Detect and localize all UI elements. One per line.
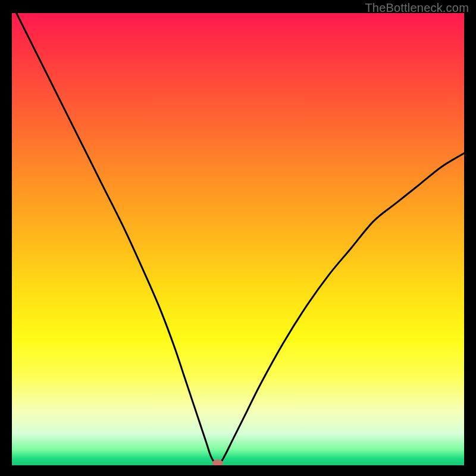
chart-svg (12, 13, 464, 465)
watermark-text: TheBottleneck.com (365, 1, 469, 15)
bottleneck-curve (17, 13, 464, 464)
chart-frame: TheBottleneck.com (0, 0, 476, 476)
plot-area (12, 13, 464, 465)
